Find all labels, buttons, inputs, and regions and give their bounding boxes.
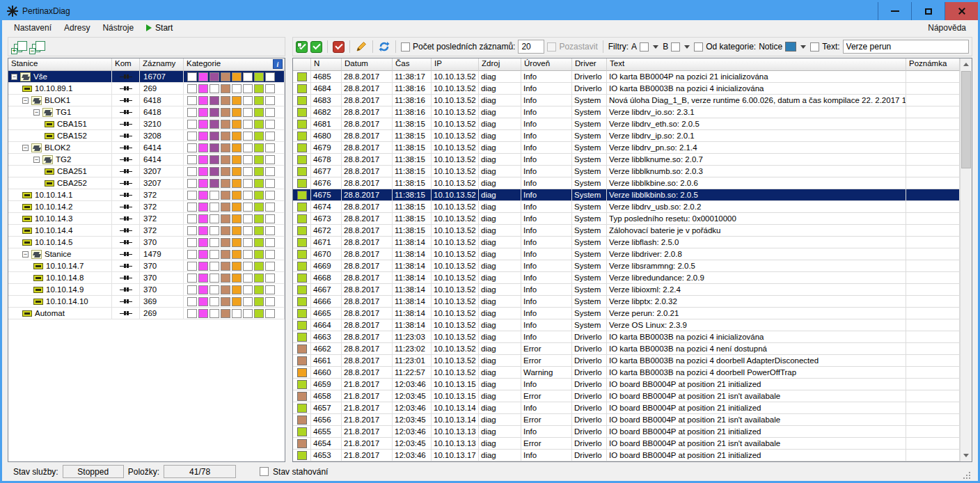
tree-row[interactable]: −BLOK16418 bbox=[8, 95, 285, 106]
log-col-úroveň[interactable]: Úroveň bbox=[521, 58, 572, 71]
table-row[interactable]: 465721.8.201712:03:4610.10.13.14diagInfo… bbox=[293, 402, 960, 414]
table-row[interactable]: 467128.8.201711:38:1410.10.13.52diagInfo… bbox=[293, 237, 960, 248]
tree-col-stanice[interactable]: Stanice bbox=[8, 58, 112, 71]
table-row[interactable]: 467628.8.201711:38:1510.10.13.52diagInfo… bbox=[293, 177, 960, 189]
tree-row[interactable]: −Vše16707 bbox=[8, 71, 285, 83]
count-input[interactable] bbox=[518, 40, 544, 54]
menu-nastaveni[interactable]: Nastavení bbox=[8, 22, 58, 34]
tree-row[interactable]: −TG16418 bbox=[8, 106, 285, 118]
tree-col-zaznamy[interactable]: Záznamy bbox=[140, 58, 184, 71]
category-color-swatch[interactable] bbox=[785, 42, 796, 52]
count-checkbox[interactable] bbox=[401, 42, 410, 52]
menu-start[interactable]: Start bbox=[140, 22, 179, 34]
table-row[interactable]: 465621.8.201712:03:4510.10.13.14diagErro… bbox=[293, 414, 960, 426]
table-row[interactable]: 466028.8.201711:22:5710.10.13.52diagWarn… bbox=[293, 367, 960, 379]
log-col-n[interactable]: N bbox=[311, 58, 342, 71]
log-col-text[interactable]: Text bbox=[607, 58, 906, 71]
table-row[interactable]: 466128.8.201711:23:0110.10.13.52diagErro… bbox=[293, 355, 960, 367]
ack-all-button[interactable] bbox=[296, 41, 308, 53]
log-col-čas[interactable]: Čas bbox=[393, 58, 432, 71]
table-row[interactable]: 466728.8.201711:38:1410.10.13.52diagInfo… bbox=[293, 284, 960, 296]
expand-all-button[interactable]: + bbox=[14, 44, 22, 52]
log-col-poznámka[interactable]: Poznámka bbox=[906, 58, 960, 71]
expander-icon[interactable]: − bbox=[33, 109, 40, 116]
collapse-all-button[interactable]: − bbox=[32, 44, 40, 52]
scroll-down-button[interactable] bbox=[961, 450, 972, 461]
tree-row[interactable]: 10.10.14.3372 bbox=[8, 213, 285, 225]
table-row[interactable]: 467428.8.201711:38:1510.10.13.52diagInfo… bbox=[293, 201, 960, 213]
tree-row[interactable]: 10.10.89.1269 bbox=[8, 83, 285, 95]
table-row[interactable]: 466528.8.201711:38:1410.10.13.52diagInfo… bbox=[293, 308, 960, 319]
scroll-track[interactable] bbox=[961, 169, 972, 450]
category-checkbox[interactable] bbox=[694, 42, 703, 52]
table-row[interactable]: 467328.8.201711:38:1510.10.13.52diagInfo… bbox=[293, 213, 960, 225]
tree-row[interactable]: −TG26414 bbox=[8, 154, 285, 166]
filter-b-checkbox[interactable] bbox=[671, 42, 680, 52]
table-row[interactable]: 467928.8.201711:38:1510.10.13.52diagInfo… bbox=[293, 142, 960, 154]
log-col-zdroj[interactable]: Zdroj bbox=[479, 58, 521, 71]
ack-button[interactable] bbox=[310, 41, 322, 53]
expander-icon[interactable]: − bbox=[22, 145, 29, 151]
menu-adresy[interactable]: Adresy bbox=[58, 22, 96, 34]
text-filter-checkbox[interactable] bbox=[810, 42, 819, 52]
table-row[interactable]: 468428.8.201711:38:1610.10.13.52diagInfo… bbox=[293, 83, 960, 95]
tree-col-kom[interactable]: Kom bbox=[112, 58, 140, 71]
table-row[interactable]: 467028.8.201711:38:1410.10.13.52diagInfo… bbox=[293, 248, 960, 260]
scroll-up-button[interactable] bbox=[961, 58, 972, 70]
table-row[interactable]: 465921.8.201712:03:4610.10.13.15diagInfo… bbox=[293, 379, 960, 390]
pause-checkbox[interactable] bbox=[547, 42, 556, 52]
maximize-button[interactable] bbox=[911, 2, 945, 20]
tree-row[interactable]: CBA1513210 bbox=[8, 118, 285, 130]
unack-button[interactable] bbox=[333, 41, 345, 53]
tree-row[interactable]: CBA2513207 bbox=[8, 166, 285, 177]
log-col-ip[interactable]: IP bbox=[432, 58, 479, 71]
scroll-thumb[interactable] bbox=[961, 71, 971, 168]
filter-a-checkbox[interactable] bbox=[640, 42, 649, 52]
table-row[interactable]: 467228.8.201711:38:1510.10.13.52diagInfo… bbox=[293, 225, 960, 237]
vertical-scrollbar[interactable] bbox=[960, 58, 972, 461]
tree-row[interactable]: 10.10.14.5370 bbox=[8, 237, 285, 248]
filter-a-dropdown-icon[interactable] bbox=[653, 45, 658, 49]
table-row[interactable]: 468028.8.201711:38:1510.10.13.52diagInfo… bbox=[293, 130, 960, 142]
expander-icon[interactable]: − bbox=[11, 74, 17, 80]
text-filter-input[interactable] bbox=[843, 40, 969, 54]
tree-row[interactable]: 10.10.14.4372 bbox=[8, 225, 285, 237]
filter-b-dropdown-icon[interactable] bbox=[684, 45, 690, 49]
minimize-button[interactable] bbox=[878, 2, 911, 20]
table-row[interactable]: 465421.8.201712:03:4510.10.13.13diagErro… bbox=[293, 438, 960, 450]
table-row[interactable]: 465821.8.201712:03:4510.10.13.15diagErro… bbox=[293, 390, 960, 402]
tree-row[interactable]: 10.10.14.9370 bbox=[8, 284, 285, 296]
table-row[interactable]: 468128.8.201711:38:1510.10.13.52diagInfo… bbox=[293, 118, 960, 130]
table-row[interactable]: 468528.8.201711:38:1710.10.13.52diagInfo… bbox=[293, 71, 960, 83]
menu-nastroje[interactable]: Nástroje bbox=[96, 22, 140, 34]
tree-col-kategorie[interactable]: Kategorie i bbox=[184, 58, 285, 71]
table-row[interactable]: 467828.8.201711:38:1510.10.13.52diagInfo… bbox=[293, 154, 960, 166]
tree-row[interactable]: CBA2523207 bbox=[8, 177, 285, 189]
tree-row[interactable]: Automat269 bbox=[8, 308, 285, 319]
tree-row[interactable]: CBA1523208 bbox=[8, 130, 285, 142]
category-dropdown-icon[interactable] bbox=[800, 45, 806, 49]
edit-pencil-button[interactable] bbox=[355, 40, 368, 53]
refresh-button[interactable] bbox=[378, 40, 390, 53]
table-row[interactable]: 466928.8.201711:38:1410.10.13.52diagInfo… bbox=[293, 260, 960, 272]
table-row[interactable]: 466328.8.201711:23:0310.10.13.52diagInfo… bbox=[293, 331, 960, 343]
tree-row[interactable]: 10.10.14.7370 bbox=[8, 260, 285, 272]
close-button[interactable] bbox=[945, 2, 978, 20]
expander-icon[interactable]: − bbox=[33, 157, 40, 163]
log-col-driver[interactable]: Driver bbox=[572, 58, 607, 71]
table-row[interactable]: 468228.8.201711:38:1610.10.13.52diagInfo… bbox=[293, 106, 960, 118]
table-row[interactable]: 466228.8.201711:23:0210.10.13.52diagErro… bbox=[293, 343, 960, 355]
info-icon[interactable]: i bbox=[273, 59, 283, 69]
table-row[interactable]: 468328.8.201711:38:1610.10.13.52diagInfo… bbox=[293, 95, 960, 106]
tree-row[interactable]: −Stanice1479 bbox=[8, 248, 285, 260]
tree-row[interactable]: −BLOK26414 bbox=[8, 142, 285, 154]
download-status-checkbox[interactable] bbox=[260, 467, 269, 476]
table-row[interactable]: 467728.8.201711:38:1510.10.13.52diagInfo… bbox=[293, 166, 960, 177]
expander-icon[interactable]: − bbox=[22, 251, 29, 258]
tree-row[interactable]: 10.10.14.8370 bbox=[8, 272, 285, 284]
tree-row[interactable]: 10.10.14.10369 bbox=[8, 296, 285, 308]
tree-row[interactable]: 10.10.14.1372 bbox=[8, 189, 285, 201]
tree-row[interactable]: 10.10.14.2372 bbox=[8, 201, 285, 213]
table-row[interactable]: 465321.8.201712:03:4610.10.13.17diagInfo… bbox=[293, 450, 960, 461]
menu-napoveda[interactable]: Nápověda bbox=[922, 22, 972, 34]
